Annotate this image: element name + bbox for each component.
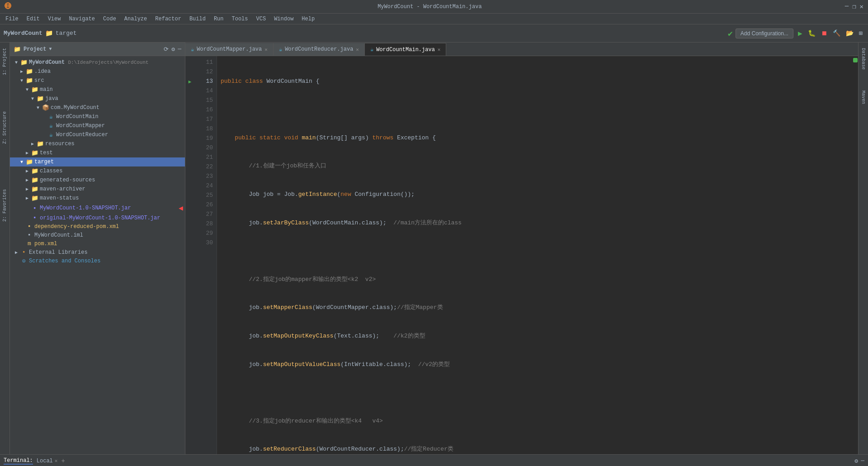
- library-icon: ▪: [20, 249, 28, 256]
- tree-item-wordcountmain[interactable]: ▶ ☕ WordCountMain: [10, 112, 185, 121]
- gutter-line-16: [186, 105, 193, 115]
- gutter-line-26: [186, 200, 193, 210]
- tree-label: External Libraries: [29, 249, 183, 256]
- tree-item-maven-status[interactable]: ▶ 📁 maven-status: [10, 194, 185, 203]
- tab-wordcountmapper[interactable]: ☕ WordCountMapper.java ✕: [185, 43, 274, 56]
- tree-item-pom[interactable]: ▶ m pom.xml: [10, 239, 185, 248]
- menu-file[interactable]: File: [2, 15, 22, 23]
- code-line-18: //2.指定job的mapper和输出的类型<k2 v2>: [221, 275, 849, 285]
- line-num-15: 15: [196, 96, 213, 105]
- sync-icon[interactable]: ⟳: [164, 46, 169, 53]
- menu-analyze[interactable]: Analyze: [121, 15, 151, 23]
- tree-label: WordCountReducer: [56, 132, 183, 138]
- stop-button[interactable]: ⏹: [819, 29, 829, 38]
- java-icon: ☕: [191, 46, 194, 53]
- tree-label: resources: [45, 141, 183, 147]
- menu-edit[interactable]: Edit: [23, 15, 43, 23]
- tree-item-idea[interactable]: ▶ 📁 .idea: [10, 67, 185, 76]
- folder-icon: 📁: [31, 176, 38, 184]
- gutter-line-11: [186, 58, 193, 67]
- local-tab[interactable]: Local ✕: [37, 458, 58, 464]
- code-line-20: job.setMapOutputKeyClass(Text.class); //…: [221, 332, 849, 341]
- menu-build[interactable]: Build: [186, 15, 209, 23]
- tab-wordcountreducer[interactable]: ☕ WordCountReducer.java ✕: [274, 43, 365, 56]
- gutter-line-28: [186, 219, 193, 229]
- menu-run[interactable]: Run: [210, 15, 227, 23]
- close-tab-icon[interactable]: ✕: [264, 47, 268, 52]
- title-text: MyWordCount - WordCountMain.java: [14, 4, 845, 10]
- settings-icon[interactable]: ⚙: [171, 46, 175, 53]
- tree-item-test[interactable]: ▶ 📁 test: [10, 148, 185, 157]
- tree-item-maven-archiver[interactable]: ▶ 📁 maven-archiver: [10, 185, 185, 194]
- tab-wordcountmain[interactable]: ☕ WordCountMain.java ✕: [365, 43, 446, 56]
- code-line-13: public static void main(String[] args) t…: [221, 133, 849, 143]
- tree-item-resources[interactable]: ▶ 📁 resources: [10, 139, 185, 148]
- sidebar-tab-database[interactable]: Database: [860, 44, 867, 73]
- build-button[interactable]: 🔨: [831, 29, 842, 38]
- menu-help[interactable]: Help: [298, 15, 318, 23]
- debug-button[interactable]: 🐛: [806, 29, 817, 38]
- terminal-settings-icon[interactable]: ⚙: [854, 457, 858, 465]
- tree-item-java[interactable]: ▼ 📁 java: [10, 94, 185, 103]
- menu-code[interactable]: Code: [99, 15, 120, 23]
- add-terminal-button[interactable]: +: [61, 457, 65, 465]
- folder-icon: 📁: [45, 29, 53, 37]
- sidebar-tab-project[interactable]: 1: Project: [1, 44, 8, 79]
- folder-view-button[interactable]: 📂: [844, 29, 855, 38]
- minimize-button[interactable]: ─: [845, 3, 849, 10]
- tree-label: MyWordCount.iml: [34, 232, 183, 238]
- left-sidebar: 1: Project Z: Structure 2: Favorites: [0, 43, 10, 454]
- gutter-line-18: [186, 124, 193, 134]
- tree-item-classes[interactable]: ▶ 📁 classes: [10, 166, 185, 176]
- gutter-line-13[interactable]: ▶: [186, 77, 193, 86]
- tree-item-scratches[interactable]: ▶ ⊙ Scratches and Consoles: [10, 257, 185, 266]
- hide-panel-icon[interactable]: ─: [178, 46, 181, 53]
- valid-indicator: [853, 58, 858, 62]
- run-button[interactable]: ▶: [796, 28, 804, 39]
- bottom-panel: Terminal: Local ✕ + ⚙ ─ [INFO] Total tim…: [0, 454, 868, 466]
- line-num-30: 30: [196, 238, 213, 248]
- code-content[interactable]: public class WordCountMain { public stat…: [217, 56, 853, 454]
- tree-item-iml[interactable]: ▶ ▪ MyWordCount.iml: [10, 231, 185, 239]
- folder-icon: 📁: [31, 86, 38, 93]
- title-bar: 🅘 MyWordCount - WordCountMain.java ─ ❐ ✕: [0, 0, 868, 14]
- maximize-button[interactable]: ❐: [852, 3, 856, 10]
- tree-item-original-jar[interactable]: ▶ ▪ original-MyWordCount-1.0-SNAPSHOT.ja…: [10, 214, 185, 222]
- code-line-23: //3.指定job的reducer和输出的类型<k4 v4>: [221, 417, 849, 426]
- code-line-15: Job job = Job.getInstance(new Configurat…: [221, 190, 849, 200]
- menu-refactor[interactable]: Refactor: [151, 15, 185, 23]
- tree-item-src[interactable]: ▼ 📁 src: [10, 76, 185, 85]
- gutter-line-29: [186, 229, 193, 238]
- close-button[interactable]: ✕: [860, 3, 863, 10]
- arrow-icon: ▶: [24, 195, 30, 201]
- code-line-19: job.setMapperClass(WordCountMapper.class…: [221, 303, 849, 313]
- line-num-23: 23: [196, 172, 213, 181]
- sidebar-tab-structure[interactable]: Z: Structure: [1, 108, 8, 147]
- line-num-14: 14: [196, 86, 213, 96]
- tree-item-wordcountmapper[interactable]: ▶ ☕ WordCountMapper: [10, 121, 185, 130]
- layout-button[interactable]: ⊞: [857, 29, 864, 38]
- run-config-button[interactable]: Add Configuration...: [736, 29, 793, 38]
- close-tab-icon[interactable]: ✕: [356, 47, 359, 52]
- tree-item-snapshot-jar[interactable]: ▶ ▪ MyWordCount-1.0-SNAPSHOT.jar ◀: [10, 203, 185, 214]
- tree-item-target[interactable]: ▼ 📁 target: [10, 157, 185, 166]
- close-local-icon[interactable]: ✕: [55, 458, 58, 464]
- tree-item-external-libraries[interactable]: ▶ ▪ External Libraries: [10, 248, 185, 257]
- terminal-label[interactable]: Terminal:: [4, 457, 33, 465]
- close-tab-icon[interactable]: ✕: [438, 47, 441, 52]
- tree-item-mywordcount[interactable]: ▼ 📁 MyWordCount D:\IdeaProjects\MyWordCo…: [10, 58, 185, 67]
- tree-item-dependency-pom[interactable]: ▶ ▪ dependency-reduced-pom.xml: [10, 222, 185, 231]
- menu-window[interactable]: Window: [270, 15, 297, 23]
- tree-item-package[interactable]: ▼ 📦 com.MyWordCount: [10, 103, 185, 112]
- tree-item-wordcountreducer[interactable]: ▶ ☕ WordCountReducer: [10, 130, 185, 139]
- menu-view[interactable]: View: [44, 15, 65, 23]
- sidebar-tab-maven[interactable]: Maven: [860, 87, 867, 108]
- java-file-icon: ☕: [47, 122, 55, 129]
- menu-tools[interactable]: Tools: [228, 15, 252, 23]
- sidebar-tab-favorites[interactable]: 2: Favorites: [1, 185, 8, 225]
- menu-vcs[interactable]: VCS: [253, 15, 270, 23]
- tree-item-main[interactable]: ▼ 📁 main: [10, 85, 185, 94]
- menu-navigate[interactable]: Navigate: [65, 15, 99, 23]
- terminal-hide-icon[interactable]: ─: [861, 457, 864, 465]
- tree-item-generated-sources[interactable]: ▶ 📁 generated-sources: [10, 176, 185, 185]
